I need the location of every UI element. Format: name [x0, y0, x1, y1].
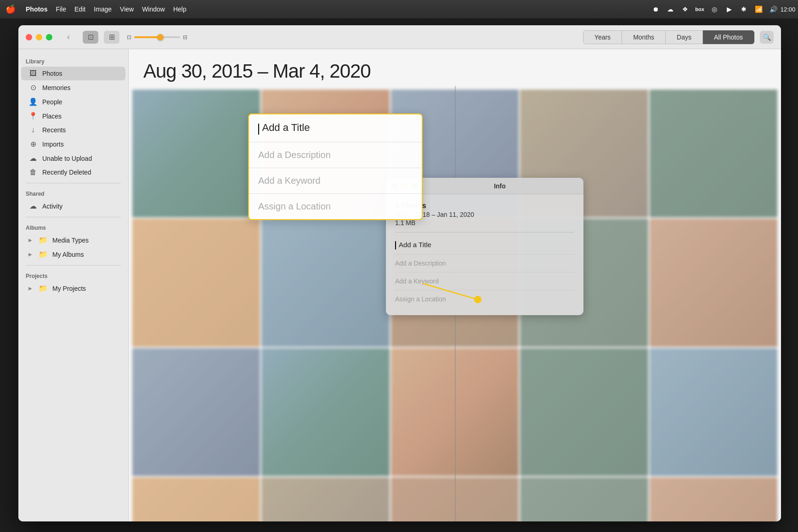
photo-thumb[interactable] — [132, 90, 260, 217]
sidebar-item-memories[interactable]: ⊙ Memories — [21, 80, 125, 95]
photo-thumb[interactable] — [261, 348, 389, 476]
menu-window[interactable]: Window — [142, 6, 165, 13]
sidebar-item-photos[interactable]: 🖼 Photos — [21, 67, 125, 80]
unable-upload-icon: ☁ — [28, 154, 38, 163]
bluetooth-icon[interactable]: ✱ — [739, 5, 748, 14]
apple-menu-icon[interactable]: 🍎 — [6, 4, 16, 14]
box-icon[interactable]: box — [695, 5, 704, 14]
zoom-slider[interactable]: ⊡ ⊟ — [127, 34, 187, 40]
photo-thumb[interactable] — [261, 477, 389, 521]
photo-thumb[interactable] — [520, 348, 648, 476]
sidebar-divider-2 — [26, 217, 121, 217]
sidebar-item-my-projects[interactable]: ▶ 📁 My Projects — [21, 281, 125, 295]
menu-view[interactable]: View — [120, 6, 134, 13]
media-types-icon: 📁 — [39, 236, 48, 244]
annotation-title-field[interactable]: Add a Title — [249, 114, 422, 142]
dropbox-icon[interactable]: ❖ — [680, 5, 690, 14]
sidebar-item-unable-upload[interactable]: ☁ Unable to Upload — [21, 151, 125, 165]
minimize-button[interactable] — [36, 34, 42, 40]
photo-thumb[interactable] — [650, 90, 777, 217]
info-cursor — [395, 241, 396, 249]
annotation-description-field[interactable]: Add a Description — [249, 142, 422, 168]
info-description-field[interactable]: Add a Description — [395, 255, 574, 272]
sidebar-unable-upload-label: Unable to Upload — [42, 155, 92, 162]
info-keyword-field[interactable]: Add a Keyword — [395, 272, 574, 290]
screentime-icon[interactable]: ◎ — [710, 5, 719, 14]
sidebar-item-recents[interactable]: ↓ Recents — [21, 123, 125, 137]
annotation-title-text[interactable]: Add a Title — [262, 122, 310, 133]
menu-file[interactable]: File — [56, 6, 66, 13]
maximize-button[interactable] — [46, 34, 52, 40]
photo-thumb[interactable] — [132, 219, 260, 346]
sidebar-item-places[interactable]: 📍 Places — [21, 109, 125, 123]
shared-label: Shared — [18, 187, 128, 199]
menu-photos[interactable]: Photos — [26, 6, 47, 13]
tab-days[interactable]: Days — [666, 30, 703, 44]
info-location-text[interactable]: Assign a Location — [395, 295, 446, 303]
sidebar-memories-label: Memories — [42, 84, 70, 91]
cast-icon[interactable]: ▶ — [724, 5, 734, 14]
sidebar-my-albums-label: My Albums — [52, 251, 84, 258]
sidebar-recents-label: Recents — [42, 126, 66, 134]
tab-months[interactable]: Months — [622, 30, 666, 44]
my-projects-icon: 📁 — [39, 284, 48, 293]
search-icon: 🔍 — [763, 34, 771, 41]
close-button[interactable] — [26, 34, 32, 40]
window-controls — [26, 34, 52, 40]
slideshow-icon: ⊡ — [88, 33, 94, 41]
sidebar-divider-3 — [26, 265, 121, 266]
annotation-description-text[interactable]: Add a Description — [258, 150, 331, 160]
cursor — [258, 124, 259, 135]
cloud-upload-icon[interactable]: ☁ — [666, 5, 675, 14]
title-bar: ‹ ⊡ ⊞ ⊡ ⊟ Years Months Days All Photos 🔍 — [18, 25, 781, 49]
tab-years[interactable]: Years — [583, 30, 622, 44]
sidebar-places-label: Places — [42, 113, 62, 120]
annotation-keyword-field[interactable]: Add a Keyword — [249, 168, 422, 194]
menu-image[interactable]: Image — [94, 6, 112, 13]
sidebar-item-people[interactable]: 👤 People — [21, 95, 125, 109]
sidebar-my-projects-label: My Projects — [52, 285, 86, 292]
sidebar-item-media-types[interactable]: ▶ 📁 Media Types — [21, 233, 125, 247]
sidebar-imports-label: Imports — [42, 141, 64, 148]
info-title-text[interactable]: Add a Title — [399, 241, 431, 249]
recording-icon[interactable]: ⏺ — [651, 5, 660, 14]
clock: 12:00 — [783, 5, 792, 14]
search-button[interactable]: 🔍 — [760, 31, 774, 44]
app-window: ‹ ⊡ ⊞ ⊡ ⊟ Years Months Days All Photos 🔍… — [18, 25, 781, 521]
tab-all-photos[interactable]: All Photos — [703, 30, 754, 44]
photo-thumb[interactable] — [650, 477, 777, 521]
imports-icon: ⊕ — [28, 140, 38, 148]
info-title-field[interactable]: Add a Title — [395, 236, 574, 255]
photo-thumb[interactable] — [650, 348, 777, 476]
date-range-header: Aug 30, 2015 – Mar 4, 2020 — [129, 49, 781, 90]
photo-thumb[interactable] — [132, 348, 260, 476]
recents-icon: ↓ — [28, 126, 38, 134]
slider-thumb[interactable] — [157, 34, 164, 40]
photo-thumb[interactable] — [520, 477, 648, 521]
slideshow-button[interactable]: ⊡ — [83, 31, 98, 44]
photo-thumb[interactable] — [650, 219, 777, 346]
sidebar-item-activity[interactable]: ☁ Activity — [21, 199, 125, 213]
menu-edit[interactable]: Edit — [74, 6, 85, 13]
grid-button[interactable]: ⊞ — [104, 31, 119, 44]
menu-help[interactable]: Help — [173, 6, 187, 13]
photo-thumb[interactable] — [261, 219, 389, 346]
annotation-location-text[interactable]: Assign a Location — [258, 201, 331, 211]
recently-deleted-icon: 🗑 — [28, 168, 38, 176]
sidebar: Library 🖼 Photos ⊙ Memories 👤 People 📍 P… — [18, 49, 129, 521]
info-location-field[interactable]: Assign a Location — [395, 290, 574, 308]
photo-thumb[interactable] — [132, 477, 260, 521]
library-label: Library — [18, 55, 128, 67]
annotation-location-field[interactable]: Assign a Location — [249, 194, 422, 219]
annotation-keyword-text[interactable]: Add a Keyword — [258, 175, 321, 186]
back-button[interactable]: ‹ — [62, 31, 75, 44]
photos-area: Aug 30, 2015 – Mar 4, 2020 — [129, 49, 781, 521]
sidebar-item-recently-deleted[interactable]: 🗑 Recently Deleted — [21, 165, 125, 179]
info-description-text[interactable]: Add a Description — [395, 260, 446, 267]
sidebar-item-imports[interactable]: ⊕ Imports — [21, 137, 125, 151]
slider-track[interactable] — [134, 36, 180, 38]
wifi-icon[interactable]: 📶 — [754, 5, 763, 14]
volume-icon[interactable]: 🔊 — [769, 5, 778, 14]
info-keyword-text[interactable]: Add a Keyword — [395, 277, 439, 285]
sidebar-item-my-albums[interactable]: ▶ 📁 My Albums — [21, 247, 125, 261]
